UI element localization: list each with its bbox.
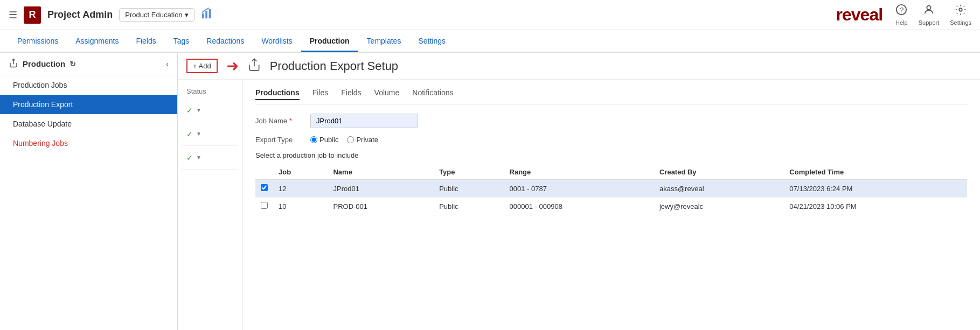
row2-completed-time: 04/21/2023 10:06 PM — [784, 198, 967, 215]
nav-assignments[interactable]: Assignments — [67, 31, 127, 52]
row2-name: PROD-001 — [328, 198, 434, 215]
export-type-label: Export Type — [255, 136, 304, 144]
sidebar-item-numbering-jobs[interactable]: Numbering Jobs — [0, 134, 177, 153]
help-icon: ? — [895, 4, 907, 18]
row1-checkbox[interactable] — [261, 184, 268, 191]
settings-button[interactable]: Settings — [950, 4, 971, 26]
export-type-public-label: Public — [319, 136, 338, 144]
svg-point-5 — [927, 6, 930, 10]
status-row-1: ✓ ▼ — [182, 99, 238, 122]
svg-rect-1 — [205, 11, 207, 18]
header-left: ☰ R Project Admin Product Education ▾ — [9, 6, 213, 24]
row2-type: Public — [434, 198, 504, 215]
col-created-by: Created By — [654, 165, 784, 180]
add-button[interactable]: + Add — [186, 59, 218, 73]
nav-wordlists[interactable]: Wordlists — [253, 31, 301, 52]
settings-label: Settings — [950, 19, 971, 26]
nav-templates[interactable]: Templates — [358, 31, 410, 52]
status-row-3: ✓ ▼ — [182, 146, 238, 170]
sidebar-item-production-export[interactable]: Production Export — [0, 95, 177, 114]
sidebar-item-database-update[interactable]: Database Update — [0, 114, 177, 134]
status-row-2: ✓ ▼ — [182, 122, 238, 146]
col-job: Job — [273, 165, 328, 180]
export-type-private-radio[interactable] — [347, 136, 354, 143]
status-header-label: Status — [182, 84, 238, 99]
arrow-right-icon: ➜ — [226, 57, 239, 75]
check-icon-2: ✓ — [186, 130, 193, 138]
row2-job: 10 — [273, 198, 328, 215]
row1-type: Public — [434, 180, 504, 198]
export-type-public-radio[interactable] — [310, 136, 317, 143]
hamburger-menu[interactable]: ☰ — [9, 9, 17, 21]
row2-checkbox[interactable] — [261, 202, 268, 209]
collapse-sidebar-button[interactable]: ‹ — [166, 60, 169, 68]
col-name: Name — [328, 165, 434, 180]
row1-range: 0001 - 0787 — [504, 180, 654, 198]
check-icon-1: ✓ — [186, 106, 193, 115]
export-type-private-label: Private — [356, 136, 378, 144]
top-actions: ? Help Support Settings — [895, 4, 971, 26]
nav-bar: Permissions Assignments Fields Tags Reda… — [0, 30, 980, 53]
table-row: 10 PROD-001 Public 000001 - 000908 jewy@… — [255, 198, 967, 215]
app-logo: R — [24, 6, 41, 24]
row1-job: 12 — [273, 180, 328, 198]
nav-tags[interactable]: Tags — [165, 31, 198, 52]
main-layout: Production ↻ ‹ Production Jobs Productio… — [0, 53, 980, 330]
nav-permissions[interactable]: Permissions — [9, 31, 67, 52]
row1-name: JProd01 — [328, 180, 434, 198]
sidebar: Production ↻ ‹ Production Jobs Productio… — [0, 53, 178, 330]
analytics-icon[interactable] — [201, 8, 213, 22]
job-name-input[interactable] — [310, 114, 418, 128]
refresh-icon[interactable]: ↻ — [69, 60, 76, 68]
check-icon-3: ✓ — [186, 153, 193, 162]
job-table: Job Name Type Range Created By Completed… — [255, 165, 967, 215]
app-title: Project Admin — [47, 9, 113, 20]
sidebar-title-text: Production — [23, 59, 65, 68]
svg-rect-2 — [208, 9, 211, 18]
support-label: Support — [919, 19, 940, 26]
status-column: Status ✓ ▼ ✓ ▼ ✓ ▼ — [178, 80, 242, 330]
svg-text:?: ? — [900, 6, 904, 14]
select-production-text: Select a production job to include — [255, 151, 967, 159]
tab-volume[interactable]: Volume — [374, 88, 400, 100]
svg-point-6 — [959, 8, 962, 11]
sidebar-item-production-jobs[interactable]: Production Jobs — [0, 75, 177, 95]
project-selector-label: Product Education — [125, 11, 182, 19]
help-button[interactable]: ? Help — [895, 4, 908, 26]
header-right: reveal ? Help Support Settings — [836, 4, 971, 26]
row2-created-by: jewy@revealc — [654, 198, 784, 215]
nav-redactions[interactable]: Redactions — [198, 31, 253, 52]
tab-files[interactable]: Files — [312, 88, 329, 100]
row1-created-by: akass@reveal — [654, 180, 784, 198]
export-type-row: Export Type Public Private — [255, 136, 967, 144]
tab-notifications[interactable]: Notifications — [412, 88, 453, 100]
col-checkbox — [255, 165, 273, 180]
dropdown-arrow-2[interactable]: ▼ — [196, 131, 201, 137]
dropdown-arrow-1[interactable]: ▼ — [196, 107, 201, 113]
main-content-row: Status ✓ ▼ ✓ ▼ ✓ ▼ Productions — [178, 80, 980, 330]
support-icon — [923, 4, 935, 18]
nav-production[interactable]: Production — [301, 31, 358, 52]
gear-icon — [955, 4, 967, 18]
nav-settings[interactable]: Settings — [409, 31, 454, 52]
form-area: Productions Files Fields Volume Notifica… — [242, 80, 980, 330]
tab-fields[interactable]: Fields — [341, 88, 361, 100]
chevron-down-icon: ▾ — [185, 11, 189, 19]
share-icon — [9, 58, 18, 69]
export-type-private-option[interactable]: Private — [347, 136, 378, 144]
project-selector-dropdown[interactable]: Product Education ▾ — [119, 8, 194, 22]
job-name-row: Job Name * — [255, 114, 967, 128]
col-completed-time: Completed Time — [784, 165, 967, 180]
export-type-public-option[interactable]: Public — [310, 136, 338, 144]
form-tabs: Productions Files Fields Volume Notifica… — [255, 88, 967, 105]
sidebar-header: Production ↻ ‹ — [0, 53, 177, 75]
dropdown-arrow-3[interactable]: ▼ — [196, 155, 201, 160]
export-type-radio-group: Public Private — [310, 136, 378, 144]
tab-productions[interactable]: Productions — [255, 88, 300, 100]
row2-checkbox-cell — [255, 198, 273, 215]
row1-checkbox-cell — [255, 180, 273, 198]
nav-fields[interactable]: Fields — [127, 31, 164, 52]
support-button[interactable]: Support — [919, 4, 940, 26]
reveal-logo: reveal — [836, 5, 883, 25]
export-icon — [247, 58, 261, 74]
